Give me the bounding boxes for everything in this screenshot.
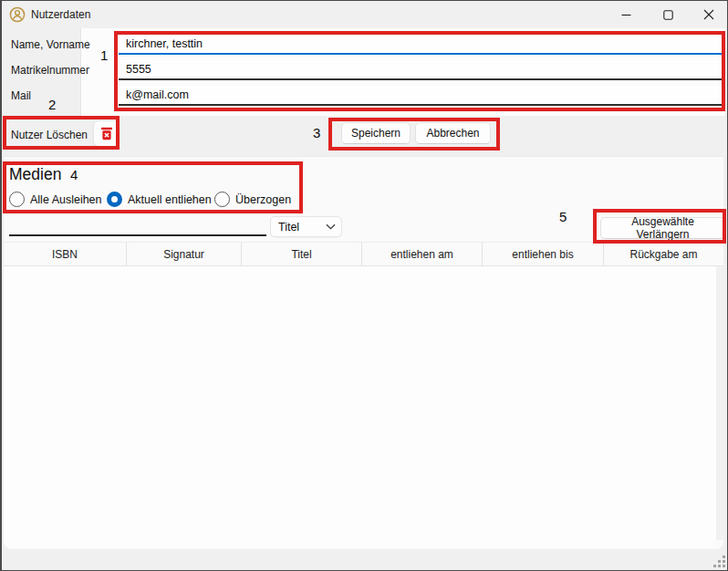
annotation-number-2: 2 [48, 97, 56, 112]
maximize-icon [663, 10, 673, 20]
filter-dropdown[interactable]: Titel [270, 216, 342, 237]
maximize-button[interactable] [647, 1, 689, 28]
radio-circle-icon [107, 192, 122, 207]
name-input[interactable] [119, 35, 722, 55]
cancel-button[interactable]: Abbrechen [415, 122, 491, 144]
radio-label: Überzogen [235, 193, 291, 206]
minimize-icon [621, 10, 631, 20]
minimize-button[interactable] [605, 1, 647, 28]
radio-circle-icon [214, 192, 230, 207]
radio-label: Aktuell entliehen [128, 193, 212, 206]
annotation-number-3: 3 [313, 125, 320, 140]
save-button[interactable]: Speichern [341, 122, 411, 144]
matrikelnummer-field-label: Matrikelnummer [11, 61, 89, 79]
mail-field-label: Mail [11, 87, 31, 105]
radio-alle-ausleihen[interactable]: Alle Ausleihen [9, 191, 102, 208]
radio-label: Alle Ausleihen [30, 193, 102, 206]
window-title: Nutzerdaten [31, 8, 90, 21]
column-header-signatur[interactable]: Signatur [127, 243, 242, 265]
filter-selected-value: Titel [278, 221, 326, 234]
close-icon [703, 9, 714, 20]
delete-user-label: Nutzer Löschen [11, 126, 88, 144]
trash-x-icon [100, 127, 113, 140]
column-header-titel[interactable]: Titel [242, 243, 362, 265]
radio-aktuell-entliehen[interactable]: Aktuell entliehen [107, 191, 212, 208]
matrikelnummer-input[interactable] [119, 60, 722, 80]
table-scrollbar-gutter [716, 266, 723, 540]
column-header-entliehen-am[interactable]: entliehen am [362, 243, 483, 265]
name-field-label: Name, Vorname [11, 36, 90, 54]
search-input[interactable] [9, 218, 266, 236]
close-button[interactable] [688, 1, 728, 28]
column-header-entliehen-bis[interactable]: entliehen bis [483, 243, 604, 265]
delete-user-button[interactable] [93, 120, 120, 147]
radio-circle-icon [9, 192, 25, 207]
mail-input[interactable] [119, 86, 722, 106]
radio-ueberzogen[interactable]: Überzogen [214, 191, 291, 208]
extend-selected-button[interactable]: Ausgewählte Verlängern [600, 217, 725, 239]
title-bar[interactable]: Nutzerdaten [2, 1, 727, 28]
nutzerdaten-window: Nutzerdaten Name, Vorname Matrikelnummer… [0, 0, 728, 571]
loans-table-body [4, 266, 716, 548]
user-circle-icon [9, 6, 26, 23]
medien-heading: Medien [9, 165, 61, 184]
resize-grip[interactable] [711, 553, 725, 567]
loans-table-header: ISBN Signatur Titel entliehen am entlieh… [4, 242, 723, 266]
column-header-isbn[interactable]: ISBN [4, 243, 127, 265]
column-header-rueckgabe-am[interactable]: Rückgabe am [604, 243, 723, 265]
chevron-down-icon [326, 223, 336, 230]
